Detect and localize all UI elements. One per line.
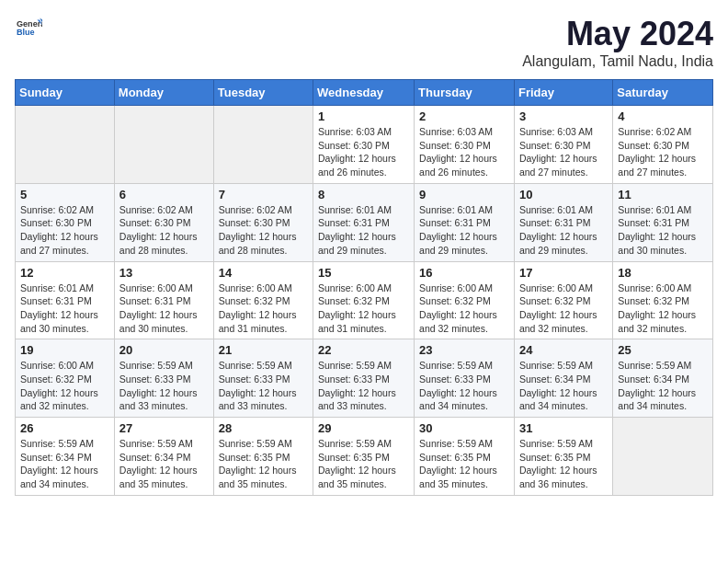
calendar-week-4: 19Sunrise: 6:00 AM Sunset: 6:32 PM Dayli… <box>16 339 713 418</box>
day-info: Sunrise: 5:59 AM Sunset: 6:33 PM Dayligh… <box>119 359 209 413</box>
calendar-cell: 19Sunrise: 6:00 AM Sunset: 6:32 PM Dayli… <box>16 339 115 418</box>
day-info: Sunrise: 6:00 AM Sunset: 6:32 PM Dayligh… <box>519 282 608 336</box>
calendar-cell: 16Sunrise: 6:00 AM Sunset: 6:32 PM Dayli… <box>415 261 515 339</box>
calendar-cell: 28Sunrise: 5:59 AM Sunset: 6:35 PM Dayli… <box>213 418 313 496</box>
day-number: 10 <box>519 188 608 201</box>
day-number: 25 <box>618 343 708 357</box>
calendar-cell: 6Sunrise: 6:02 AM Sunset: 6:30 PM Daylig… <box>114 183 213 261</box>
day-number: 20 <box>119 343 209 357</box>
day-number: 2 <box>419 109 509 123</box>
day-info: Sunrise: 5:59 AM Sunset: 6:33 PM Dayligh… <box>219 359 308 413</box>
calendar-cell: 29Sunrise: 5:59 AM Sunset: 6:35 PM Dayli… <box>313 418 415 496</box>
day-info: Sunrise: 6:02 AM Sunset: 6:30 PM Dayligh… <box>20 203 109 258</box>
calendar-cell: 1Sunrise: 6:03 AM Sunset: 6:30 PM Daylig… <box>313 106 415 184</box>
day-info: Sunrise: 6:03 AM Sunset: 6:30 PM Dayligh… <box>419 125 509 179</box>
calendar-cell: 20Sunrise: 5:59 AM Sunset: 6:33 PM Dayli… <box>114 339 213 418</box>
day-info: Sunrise: 6:01 AM Sunset: 6:31 PM Dayligh… <box>20 282 109 336</box>
day-number: 18 <box>618 266 708 280</box>
day-number: 13 <box>119 266 209 280</box>
calendar-cell: 31Sunrise: 5:59 AM Sunset: 6:35 PM Dayli… <box>514 418 612 496</box>
calendar-cell: 22Sunrise: 5:59 AM Sunset: 6:33 PM Dayli… <box>313 339 415 418</box>
day-number: 15 <box>318 266 409 280</box>
logo-icon: General Blue <box>17 15 42 40</box>
calendar-cell: 17Sunrise: 6:00 AM Sunset: 6:32 PM Dayli… <box>514 261 612 339</box>
day-number: 24 <box>519 343 608 357</box>
calendar-cell: 26Sunrise: 5:59 AM Sunset: 6:34 PM Dayli… <box>16 418 115 496</box>
day-number: 8 <box>318 188 409 201</box>
day-number: 21 <box>219 343 308 357</box>
day-number: 22 <box>318 343 409 357</box>
title-area: May 2024 Alangulam, Tamil Nadu, India <box>522 15 713 70</box>
calendar-week-3: 12Sunrise: 6:01 AM Sunset: 6:31 PM Dayli… <box>16 261 713 339</box>
day-info: Sunrise: 6:01 AM Sunset: 6:31 PM Dayligh… <box>519 203 608 258</box>
weekday-header-row: SundayMondayTuesdayWednesdayThursdayFrid… <box>16 80 713 106</box>
location-title: Alangulam, Tamil Nadu, India <box>522 53 713 70</box>
calendar-cell: 12Sunrise: 6:01 AM Sunset: 6:31 PM Dayli… <box>16 261 115 339</box>
calendar-cell: 2Sunrise: 6:03 AM Sunset: 6:30 PM Daylig… <box>415 106 515 184</box>
weekday-header-sunday: Sunday <box>16 80 115 106</box>
calendar-cell: 23Sunrise: 5:59 AM Sunset: 6:33 PM Dayli… <box>415 339 515 418</box>
day-number: 4 <box>618 109 708 123</box>
day-info: Sunrise: 6:01 AM Sunset: 6:31 PM Dayligh… <box>318 203 409 258</box>
calendar-cell <box>213 106 313 184</box>
day-number: 7 <box>219 188 308 201</box>
day-number: 17 <box>519 266 608 280</box>
weekday-header-wednesday: Wednesday <box>313 80 415 106</box>
day-info: Sunrise: 6:00 AM Sunset: 6:32 PM Dayligh… <box>419 282 509 336</box>
day-info: Sunrise: 6:01 AM Sunset: 6:31 PM Dayligh… <box>618 203 708 258</box>
calendar-cell <box>613 418 713 496</box>
day-number: 30 <box>419 421 509 435</box>
calendar-cell: 14Sunrise: 6:00 AM Sunset: 6:32 PM Dayli… <box>213 261 313 339</box>
calendar-cell: 27Sunrise: 5:59 AM Sunset: 6:34 PM Dayli… <box>114 418 213 496</box>
calendar-cell: 8Sunrise: 6:01 AM Sunset: 6:31 PM Daylig… <box>313 183 415 261</box>
calendar-table: SundayMondayTuesdayWednesdayThursdayFrid… <box>15 79 713 496</box>
day-info: Sunrise: 6:03 AM Sunset: 6:30 PM Dayligh… <box>519 125 608 179</box>
day-number: 16 <box>419 266 509 280</box>
day-number: 31 <box>519 421 608 435</box>
day-info: Sunrise: 6:01 AM Sunset: 6:31 PM Dayligh… <box>419 203 509 258</box>
weekday-header-tuesday: Tuesday <box>213 80 313 106</box>
calendar-cell: 4Sunrise: 6:02 AM Sunset: 6:30 PM Daylig… <box>613 106 713 184</box>
day-number: 14 <box>219 266 308 280</box>
calendar-cell: 25Sunrise: 5:59 AM Sunset: 6:34 PM Dayli… <box>613 339 713 418</box>
calendar-cell: 10Sunrise: 6:01 AM Sunset: 6:31 PM Dayli… <box>514 183 612 261</box>
day-info: Sunrise: 5:59 AM Sunset: 6:34 PM Dayligh… <box>618 359 708 413</box>
day-number: 29 <box>318 421 409 435</box>
day-number: 27 <box>119 421 209 435</box>
day-info: Sunrise: 6:02 AM Sunset: 6:30 PM Dayligh… <box>119 203 209 258</box>
day-number: 19 <box>20 343 109 357</box>
weekday-header-thursday: Thursday <box>415 80 515 106</box>
day-info: Sunrise: 6:00 AM Sunset: 6:32 PM Dayligh… <box>20 359 109 413</box>
day-info: Sunrise: 5:59 AM Sunset: 6:33 PM Dayligh… <box>419 359 509 413</box>
calendar-cell: 24Sunrise: 5:59 AM Sunset: 6:34 PM Dayli… <box>514 339 612 418</box>
calendar-cell: 21Sunrise: 5:59 AM Sunset: 6:33 PM Dayli… <box>213 339 313 418</box>
day-number: 28 <box>219 421 308 435</box>
weekday-header-saturday: Saturday <box>613 80 713 106</box>
weekday-header-friday: Friday <box>514 80 612 106</box>
day-info: Sunrise: 5:59 AM Sunset: 6:34 PM Dayligh… <box>20 437 109 491</box>
day-info: Sunrise: 6:00 AM Sunset: 6:32 PM Dayligh… <box>318 282 409 336</box>
calendar-cell <box>114 106 213 184</box>
calendar-cell <box>16 106 115 184</box>
day-info: Sunrise: 6:00 AM Sunset: 6:32 PM Dayligh… <box>618 282 708 336</box>
calendar-cell: 5Sunrise: 6:02 AM Sunset: 6:30 PM Daylig… <box>16 183 115 261</box>
calendar-cell: 7Sunrise: 6:02 AM Sunset: 6:30 PM Daylig… <box>213 183 313 261</box>
day-number: 26 <box>20 421 109 435</box>
calendar-cell: 13Sunrise: 6:00 AM Sunset: 6:31 PM Dayli… <box>114 261 213 339</box>
logo: General Blue <box>15 15 42 40</box>
day-number: 6 <box>119 188 209 201</box>
day-number: 12 <box>20 266 109 280</box>
day-info: Sunrise: 5:59 AM Sunset: 6:34 PM Dayligh… <box>519 359 608 413</box>
calendar-week-5: 26Sunrise: 5:59 AM Sunset: 6:34 PM Dayli… <box>16 418 713 496</box>
weekday-header-monday: Monday <box>114 80 213 106</box>
svg-text:Blue: Blue <box>17 28 35 37</box>
day-info: Sunrise: 6:02 AM Sunset: 6:30 PM Dayligh… <box>618 125 708 179</box>
header: General Blue May 2024 Alangulam, Tamil N… <box>15 15 713 70</box>
calendar-week-1: 1Sunrise: 6:03 AM Sunset: 6:30 PM Daylig… <box>16 106 713 184</box>
day-info: Sunrise: 6:03 AM Sunset: 6:30 PM Dayligh… <box>318 125 409 179</box>
day-info: Sunrise: 5:59 AM Sunset: 6:35 PM Dayligh… <box>519 437 608 491</box>
calendar-cell: 3Sunrise: 6:03 AM Sunset: 6:30 PM Daylig… <box>514 106 612 184</box>
calendar-cell: 9Sunrise: 6:01 AM Sunset: 6:31 PM Daylig… <box>415 183 515 261</box>
day-number: 5 <box>20 188 109 201</box>
day-number: 1 <box>318 109 409 123</box>
